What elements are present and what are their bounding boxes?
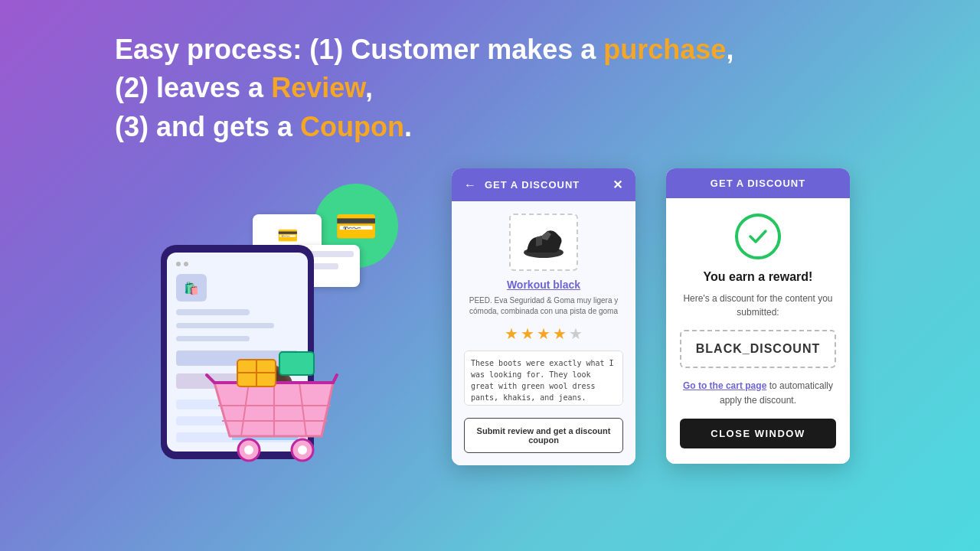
header-line1-prefix: Easy process: (1) Customer makes a <box>115 34 603 65</box>
reward-popup-body: You earn a reward! Here's a discount for… <box>666 198 850 464</box>
review-textarea[interactable]: These boots were exactly what I was look… <box>464 350 623 406</box>
reward-description: Here's a discount for the content you su… <box>680 292 836 319</box>
go-to-cart-link[interactable]: Go to the cart page <box>683 380 766 391</box>
product-image <box>509 214 578 271</box>
star-rating[interactable]: ★ ★ ★ ★ ★ <box>464 324 623 343</box>
svg-point-8 <box>298 445 307 455</box>
header-line2-suffix: , <box>365 72 373 103</box>
success-checkmark-icon <box>735 214 781 259</box>
svg-point-6 <box>244 445 253 455</box>
review-popup-title: GET A DISCOUNT <box>485 179 580 191</box>
shopping-cart-illustration <box>191 337 345 474</box>
header-line1-suffix: , <box>726 34 733 65</box>
back-arrow-icon[interactable]: ← <box>464 178 477 192</box>
product-name[interactable]: Workout black <box>464 279 623 291</box>
header-line-3: (3) and gets a Coupon. <box>115 108 865 146</box>
review-popup: ← GET A DISCOUNT ✕ Workout black PEED. E… <box>452 168 635 465</box>
product-description: PEED. Eva Seguridad & Goma muy ligera y … <box>464 295 623 317</box>
header-line-2: (2) leaves a Review, <box>115 69 865 107</box>
close-window-button[interactable]: CLOSE WINDOW <box>680 419 836 448</box>
review-popup-header-left: ← GET A DISCOUNT <box>464 178 580 192</box>
header-section: Easy process: (1) Customer makes a purch… <box>115 31 865 146</box>
reward-popup-header: GET A DISCOUNT <box>666 168 850 198</box>
reward-popup: GET A DISCOUNT You earn a reward! Here's… <box>666 168 850 464</box>
star-1[interactable]: ★ <box>505 324 518 343</box>
star-2[interactable]: ★ <box>521 324 534 343</box>
svg-rect-11 <box>279 352 314 375</box>
header-line3-prefix: (3) and gets a <box>115 111 300 142</box>
close-icon[interactable]: ✕ <box>612 178 623 192</box>
main-content: 💳 💳 🛍️ <box>0 168 980 474</box>
review-popup-body: Workout black PEED. Eva Seguridad & Goma… <box>452 201 635 465</box>
review-popup-header: ← GET A DISCOUNT ✕ <box>452 168 635 201</box>
header-purchase-highlight: purchase <box>603 34 726 65</box>
star-3[interactable]: ★ <box>537 324 550 343</box>
reward-popup-title: GET A DISCOUNT <box>710 178 805 189</box>
header-coupon-highlight: Coupon <box>300 111 404 142</box>
reward-title: You earn a reward! <box>680 270 836 284</box>
star-4[interactable]: ★ <box>553 324 567 343</box>
coupon-code: BLACK_DISCOUNT <box>680 330 836 368</box>
submit-review-button[interactable]: Submit review and get a discount coupon <box>464 418 623 453</box>
star-5[interactable]: ★ <box>569 324 583 343</box>
header-line2-prefix: (2) leaves a <box>115 72 271 103</box>
header-line3-suffix: . <box>404 111 412 142</box>
header-review-highlight: Review <box>271 72 365 103</box>
illustration-area: 💳 💳 🛍️ <box>130 168 421 474</box>
cart-link-container: Go to the cart page to automatically app… <box>680 379 836 408</box>
header-line-1: Easy process: (1) Customer makes a purch… <box>115 31 865 69</box>
